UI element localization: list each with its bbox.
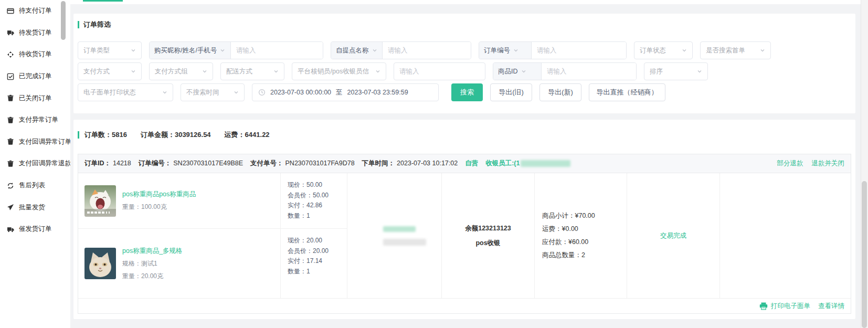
- goods-id-label: 商品ID: [498, 67, 518, 76]
- sidebar-item-urge-ship[interactable]: 催发货订单: [0, 218, 70, 240]
- price-line: 数量：1: [288, 211, 347, 221]
- product-weight: 重量：100.00克: [122, 203, 196, 211]
- redacted-buyer-name: [383, 226, 416, 232]
- verifier-placeholder: 平台核销员/pos收银员信: [298, 67, 369, 76]
- totals-subtotal: 商品小计：¥70.00: [542, 209, 627, 223]
- sort-placeholder: 排序: [650, 67, 663, 76]
- product-name-link[interactable]: pos称重商品_多规格: [122, 247, 183, 256]
- verifier-select[interactable]: 平台核销员/pos收银员信: [292, 62, 386, 80]
- card-icon: [7, 7, 14, 15]
- chevron-down-icon: [131, 48, 136, 53]
- sidebar-item-label: 支付回调异常订单: [19, 137, 70, 146]
- cashier-staff: 收银员工:(1: [485, 159, 570, 168]
- payment-method: 余额123213123: [465, 224, 511, 233]
- sidebar-scrollbar-thumb[interactable]: [61, 1, 66, 40]
- section-accent-bar: [78, 131, 79, 139]
- sidebar-item-aftersale[interactable]: 售后列表: [0, 175, 70, 197]
- order-type-select[interactable]: 订单类型: [78, 41, 142, 59]
- export-new-button[interactable]: 导出(新): [539, 83, 581, 101]
- verifier-input[interactable]: [394, 62, 485, 80]
- time-mode-select[interactable]: 不搜索时间: [181, 83, 245, 101]
- pay-method-group-select[interactable]: 支付方式组: [149, 62, 213, 80]
- sidebar-item-closed[interactable]: 已关闭订单: [0, 87, 70, 109]
- sidebar-item-batch-ship[interactable]: 批量发货: [0, 196, 70, 218]
- export-old-button[interactable]: 导出(旧): [490, 83, 532, 101]
- product-row-2: pos称重商品_多规格 规格：测试1 重量：20.00克: [78, 229, 280, 298]
- refund-close-link[interactable]: 退款并关闭: [812, 159, 845, 168]
- buyer-search-type-select[interactable]: 购买昵称/姓名/手机号: [150, 42, 231, 59]
- print-waybill-link[interactable]: 打印电子面单: [759, 302, 810, 311]
- export-direct-button[interactable]: 导出直推（经销商）: [589, 83, 665, 101]
- pickup-point-select[interactable]: 自提点名称: [331, 42, 383, 59]
- buyer-column: [347, 173, 441, 298]
- sidebar-item-callback-error-order[interactable]: 支付回调异常订单: [0, 131, 70, 153]
- pickup-point-group: 自提点名称: [331, 41, 471, 59]
- delivery-method-placeholder: 配送方式: [226, 67, 252, 76]
- totals-quantity: 商品总数量：2: [542, 249, 627, 262]
- trash-icon: [7, 138, 14, 145]
- sidebar-item-completed[interactable]: 已完成订单: [0, 66, 70, 88]
- sidebar-item-label: 已关闭订单: [19, 94, 52, 103]
- waybill-print-status-select[interactable]: 电子面单打印状态: [78, 83, 173, 101]
- buyer-search-input[interactable]: [231, 42, 323, 59]
- tab-bar: [70, 0, 861, 4]
- sidebar-item-callback-error-refund[interactable]: 支付回调异常退款: [0, 153, 70, 175]
- status-column: 交易完成: [627, 173, 719, 298]
- page-scrollbar[interactable]: [861, 0, 868, 328]
- active-tab-underline: [83, 0, 123, 2]
- chevron-down-icon: [162, 90, 167, 95]
- price-line: 会员价：20.00: [288, 246, 347, 257]
- date-range-picker[interactable]: 2023-07-03 00:00:00 至 2023-07-03 23:59:5…: [252, 83, 439, 101]
- search-button[interactable]: 搜索: [451, 83, 483, 101]
- price-block-1: 现价：50.00 会员价：50.00 实付：42.86 数量：1: [281, 173, 347, 229]
- buyer-search-group: 购买昵称/姓名/手机号: [149, 41, 323, 59]
- delivery-method-select[interactable]: 配送方式: [220, 62, 284, 80]
- date-end: 2023-07-03 23:59:59: [347, 89, 408, 96]
- chevron-down-icon: [273, 69, 279, 74]
- chevron-down-icon: [234, 90, 239, 95]
- actions-column: [719, 173, 851, 298]
- goods-id-input[interactable]: [542, 63, 636, 80]
- order-filter-card: 订单筛选 订单类型 购买昵称/姓名/手机号 自提点名称: [73, 14, 855, 113]
- order-no-type-select[interactable]: 订单编号: [479, 42, 532, 59]
- product-name-link[interactable]: pos称重商品pos称重商品: [122, 190, 196, 199]
- chevron-down-icon: [375, 69, 380, 74]
- pay-method-select[interactable]: 支付方式: [78, 62, 142, 80]
- date-start: 2023-07-03 00:00:00: [270, 89, 331, 96]
- redacted-buyer-phone: [383, 239, 426, 246]
- cat-photo-2: [84, 248, 116, 279]
- first-order-select[interactable]: 是否搜索首单: [700, 41, 771, 59]
- sort-select[interactable]: 排序: [644, 62, 708, 80]
- price-line: 现价：20.00: [288, 236, 347, 246]
- sidebar-item-pending-delivery[interactable]: 待发货订单: [0, 22, 70, 44]
- product-spec: 规格：测试1: [122, 259, 183, 268]
- buyer-search-type-label: 购买昵称/姓名/手机号: [154, 46, 217, 55]
- view-detail-link[interactable]: 查看详情: [818, 302, 844, 311]
- payment-channel: pos收银: [475, 239, 500, 248]
- pay-method-group-placeholder: 支付方式组: [155, 67, 188, 76]
- partial-refund-link[interactable]: 部分退款: [777, 159, 803, 168]
- sidebar-item-label: 支付异常订单: [19, 115, 58, 124]
- chevron-down-icon: [760, 48, 765, 53]
- sidebar-item-pending-payment[interactable]: 待支付订单: [0, 0, 70, 22]
- order-card-header: 订单ID：14218 订单编号：SN2307031017E49B8E 支付单号：…: [78, 154, 851, 173]
- chevron-down-icon: [220, 48, 225, 53]
- filter-row-3: 电子面单打印状态 不搜索时间 2023-07-03 00:00:00 至 202…: [78, 83, 851, 101]
- pickup-point-input[interactable]: [383, 42, 471, 59]
- send-icon: [7, 204, 14, 211]
- sidebar-item-payment-error[interactable]: 支付异常订单: [0, 109, 70, 131]
- sidebar-item-pending-receipt[interactable]: 待收货订单: [0, 44, 70, 66]
- page-scrollbar-thumb[interactable]: [862, 181, 867, 328]
- receive-icon: [7, 51, 14, 58]
- price-line: 数量：1: [288, 267, 347, 277]
- goods-id-type-select[interactable]: 商品ID: [493, 63, 542, 80]
- order-status-select[interactable]: 订单状态: [634, 41, 693, 59]
- trash-icon: [7, 94, 14, 102]
- order-no-group: 订单编号: [479, 41, 627, 59]
- sidebar: 待支付订单 待发货订单 待收货订单 已完成订单 已关闭订单 支付异常订单 支付回…: [0, 0, 70, 328]
- order-time: 下单时间：2023-07-03 10:17:02: [362, 159, 458, 168]
- truck-icon: [7, 226, 14, 233]
- order-no-input[interactable]: [532, 42, 626, 59]
- product-image: [84, 185, 116, 217]
- trash-icon: [7, 160, 14, 167]
